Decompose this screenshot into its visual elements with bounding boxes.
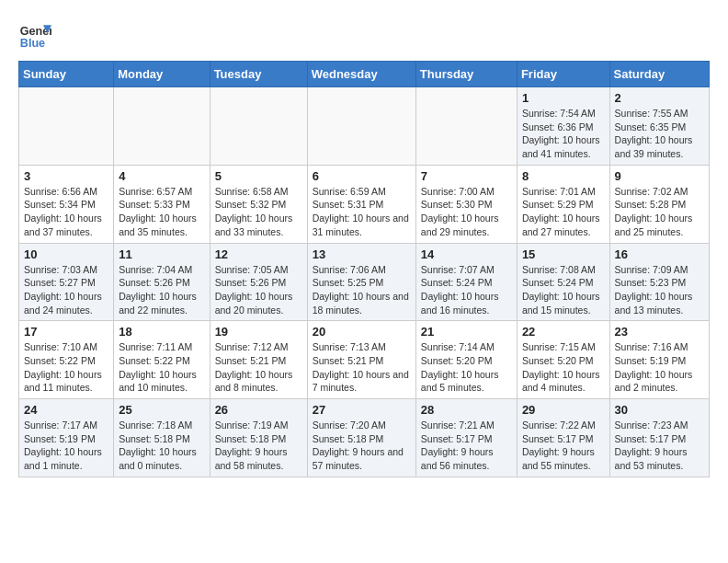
day-number: 19: [215, 325, 302, 339]
calendar-cell: 12Sunrise: 7:05 AM Sunset: 5:26 PM Dayli…: [210, 243, 307, 321]
day-info: Sunrise: 7:22 AM Sunset: 5:17 PM Dayligh…: [522, 419, 605, 473]
calendar-cell: 30Sunrise: 7:23 AM Sunset: 5:17 PM Dayli…: [609, 399, 709, 477]
calendar-cell: [114, 87, 210, 166]
logo: General Blue: [18, 18, 57, 52]
calendar-cell: 23Sunrise: 7:16 AM Sunset: 5:19 PM Dayli…: [609, 321, 709, 399]
day-info: Sunrise: 7:02 AM Sunset: 5:28 PM Dayligh…: [615, 185, 704, 239]
weekday-header: Friday: [517, 62, 609, 87]
day-info: Sunrise: 7:01 AM Sunset: 5:29 PM Dayligh…: [522, 185, 605, 239]
calendar-cell: 19Sunrise: 7:12 AM Sunset: 5:21 PM Dayli…: [210, 321, 307, 399]
day-number: 29: [522, 403, 605, 417]
day-number: 9: [615, 169, 704, 183]
day-info: Sunrise: 7:11 AM Sunset: 5:22 PM Dayligh…: [119, 340, 204, 395]
day-info: Sunrise: 7:14 AM Sunset: 5:20 PM Dayligh…: [421, 340, 512, 395]
day-info: Sunrise: 6:59 AM Sunset: 5:31 PM Dayligh…: [313, 185, 411, 239]
day-number: 21: [421, 325, 512, 339]
calendar-cell: 4Sunrise: 6:57 AM Sunset: 5:33 PM Daylig…: [114, 165, 210, 243]
day-number: 24: [24, 403, 108, 417]
day-info: Sunrise: 7:03 AM Sunset: 5:27 PM Dayligh…: [24, 263, 108, 317]
calendar-cell: 2Sunrise: 7:55 AM Sunset: 6:35 PM Daylig…: [609, 87, 709, 166]
day-number: 23: [615, 325, 704, 339]
day-info: Sunrise: 7:20 AM Sunset: 5:18 PM Dayligh…: [313, 419, 411, 473]
calendar-cell: 21Sunrise: 7:14 AM Sunset: 5:20 PM Dayli…: [415, 321, 517, 399]
logo-icon: General Blue: [18, 18, 51, 52]
weekday-header: Thursday: [415, 62, 517, 87]
day-info: Sunrise: 7:16 AM Sunset: 5:19 PM Dayligh…: [615, 340, 704, 395]
day-number: 16: [615, 247, 704, 261]
day-number: 8: [522, 169, 605, 183]
day-info: Sunrise: 7:06 AM Sunset: 5:25 PM Dayligh…: [313, 263, 411, 317]
calendar-table: SundayMondayTuesdayWednesdayThursdayFrid…: [18, 61, 710, 477]
calendar-cell: 14Sunrise: 7:07 AM Sunset: 5:24 PM Dayli…: [415, 243, 517, 321]
day-number: 14: [421, 247, 512, 261]
calendar-week-row: 24Sunrise: 7:17 AM Sunset: 5:19 PM Dayli…: [19, 399, 710, 477]
calendar-cell: 5Sunrise: 6:58 AM Sunset: 5:32 PM Daylig…: [210, 165, 307, 243]
day-info: Sunrise: 7:13 AM Sunset: 5:21 PM Dayligh…: [313, 340, 411, 395]
day-info: Sunrise: 7:19 AM Sunset: 5:18 PM Dayligh…: [215, 419, 302, 473]
calendar-week-row: 1Sunrise: 7:54 AM Sunset: 6:36 PM Daylig…: [19, 87, 710, 166]
day-info: Sunrise: 7:10 AM Sunset: 5:22 PM Dayligh…: [24, 340, 108, 395]
day-info: Sunrise: 7:07 AM Sunset: 5:24 PM Dayligh…: [421, 263, 512, 317]
day-info: Sunrise: 7:23 AM Sunset: 5:17 PM Dayligh…: [615, 419, 704, 473]
weekday-header: Monday: [114, 62, 210, 87]
day-info: Sunrise: 7:17 AM Sunset: 5:19 PM Dayligh…: [24, 419, 108, 473]
calendar-cell: 20Sunrise: 7:13 AM Sunset: 5:21 PM Dayli…: [307, 321, 415, 399]
calendar-header: SundayMondayTuesdayWednesdayThursdayFrid…: [19, 62, 710, 87]
calendar-cell: 22Sunrise: 7:15 AM Sunset: 5:20 PM Dayli…: [517, 321, 609, 399]
day-number: 4: [119, 169, 204, 183]
calendar-cell: 28Sunrise: 7:21 AM Sunset: 5:17 PM Dayli…: [415, 399, 517, 477]
calendar-cell: [307, 87, 415, 166]
day-number: 20: [313, 325, 411, 339]
calendar-cell: 11Sunrise: 7:04 AM Sunset: 5:26 PM Dayli…: [114, 243, 210, 321]
day-info: Sunrise: 7:55 AM Sunset: 6:35 PM Dayligh…: [615, 107, 704, 161]
calendar-cell: 9Sunrise: 7:02 AM Sunset: 5:28 PM Daylig…: [609, 165, 709, 243]
header-row: SundayMondayTuesdayWednesdayThursdayFrid…: [19, 62, 710, 87]
day-number: 6: [313, 169, 411, 183]
day-info: Sunrise: 6:57 AM Sunset: 5:33 PM Dayligh…: [119, 185, 204, 239]
day-number: 26: [215, 403, 302, 417]
calendar-cell: 16Sunrise: 7:09 AM Sunset: 5:23 PM Dayli…: [609, 243, 709, 321]
day-number: 3: [24, 169, 108, 183]
calendar-cell: 10Sunrise: 7:03 AM Sunset: 5:27 PM Dayli…: [19, 243, 114, 321]
day-info: Sunrise: 6:58 AM Sunset: 5:32 PM Dayligh…: [215, 185, 302, 239]
calendar-week-row: 3Sunrise: 6:56 AM Sunset: 5:34 PM Daylig…: [19, 165, 710, 243]
day-info: Sunrise: 7:54 AM Sunset: 6:36 PM Dayligh…: [522, 107, 605, 161]
weekday-header: Wednesday: [307, 62, 415, 87]
day-number: 18: [119, 325, 204, 339]
weekday-header: Tuesday: [210, 62, 307, 87]
day-info: Sunrise: 7:04 AM Sunset: 5:26 PM Dayligh…: [119, 263, 204, 317]
day-info: Sunrise: 7:09 AM Sunset: 5:23 PM Dayligh…: [615, 263, 704, 317]
day-info: Sunrise: 7:21 AM Sunset: 5:17 PM Dayligh…: [421, 419, 512, 473]
day-info: Sunrise: 7:12 AM Sunset: 5:21 PM Dayligh…: [215, 340, 302, 395]
day-number: 28: [421, 403, 512, 417]
calendar-week-row: 10Sunrise: 7:03 AM Sunset: 5:27 PM Dayli…: [19, 243, 710, 321]
calendar-cell: 18Sunrise: 7:11 AM Sunset: 5:22 PM Dayli…: [114, 321, 210, 399]
day-number: 25: [119, 403, 204, 417]
day-number: 22: [522, 325, 605, 339]
svg-text:Blue: Blue: [20, 37, 45, 50]
calendar-cell: [210, 87, 307, 166]
calendar-cell: 13Sunrise: 7:06 AM Sunset: 5:25 PM Dayli…: [307, 243, 415, 321]
calendar-cell: 1Sunrise: 7:54 AM Sunset: 6:36 PM Daylig…: [517, 87, 609, 166]
day-number: 2: [615, 91, 704, 105]
day-number: 5: [215, 169, 302, 183]
day-info: Sunrise: 6:56 AM Sunset: 5:34 PM Dayligh…: [24, 185, 108, 239]
calendar-week-row: 17Sunrise: 7:10 AM Sunset: 5:22 PM Dayli…: [19, 321, 710, 399]
calendar-cell: 15Sunrise: 7:08 AM Sunset: 5:24 PM Dayli…: [517, 243, 609, 321]
weekday-header: Saturday: [609, 62, 709, 87]
day-info: Sunrise: 7:18 AM Sunset: 5:18 PM Dayligh…: [119, 419, 204, 473]
calendar-cell: 6Sunrise: 6:59 AM Sunset: 5:31 PM Daylig…: [307, 165, 415, 243]
calendar-cell: 8Sunrise: 7:01 AM Sunset: 5:29 PM Daylig…: [517, 165, 609, 243]
day-number: 17: [24, 325, 108, 339]
day-number: 27: [313, 403, 411, 417]
day-info: Sunrise: 7:05 AM Sunset: 5:26 PM Dayligh…: [215, 263, 302, 317]
day-info: Sunrise: 7:08 AM Sunset: 5:24 PM Dayligh…: [522, 263, 605, 317]
day-info: Sunrise: 7:00 AM Sunset: 5:30 PM Dayligh…: [421, 185, 512, 239]
day-number: 13: [313, 247, 411, 261]
page-header: General Blue: [18, 18, 710, 52]
day-info: Sunrise: 7:15 AM Sunset: 5:20 PM Dayligh…: [522, 340, 605, 395]
calendar-cell: 26Sunrise: 7:19 AM Sunset: 5:18 PM Dayli…: [210, 399, 307, 477]
calendar-cell: 29Sunrise: 7:22 AM Sunset: 5:17 PM Dayli…: [517, 399, 609, 477]
day-number: 1: [522, 91, 605, 105]
calendar-cell: 17Sunrise: 7:10 AM Sunset: 5:22 PM Dayli…: [19, 321, 114, 399]
